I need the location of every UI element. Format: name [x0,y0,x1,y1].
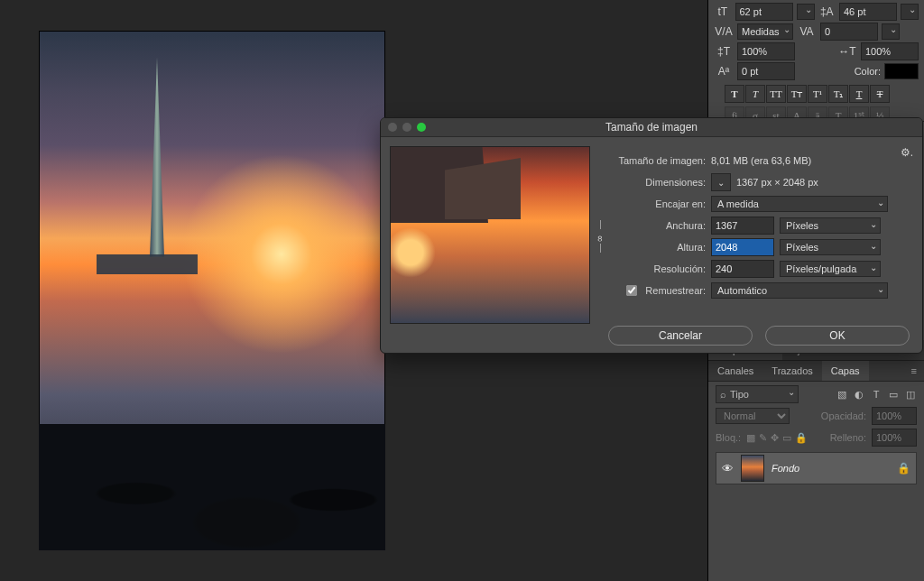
kerning-select[interactable]: Medidas [737,23,793,40]
dimensions-value: 1367 px × 2048 px [736,177,818,188]
lock-all-icon[interactable]: 🔒 [795,432,808,444]
resample-select[interactable]: Automático [711,282,888,299]
allcaps-button[interactable]: TT [766,85,786,103]
layers-panel-menu-icon[interactable]: ≡ [904,365,924,376]
tab-paths[interactable]: Trazados [762,361,821,381]
lock-position-icon[interactable]: ✥ [771,432,779,444]
strike-button[interactable]: T [870,85,890,103]
layer-locked-icon: 🔒 [897,462,910,475]
visibility-toggle-icon[interactable]: 👁 [722,462,734,475]
baseline-icon: Aª [714,63,734,79]
link-icon[interactable]: ₈ [597,229,603,244]
resolution-label: Resolución: [601,263,706,274]
faux-bold-button[interactable]: T [725,85,744,103]
fill-label: Relleno: [830,432,866,443]
dialog-title: Tamaño de imagen [381,121,922,134]
layers-panel-group: Canales Trazados Capas ≡ Tipo ▧ ◐ T ▭ ◫ … [708,360,924,492]
dimensions-unit-button[interactable]: ⌄ [711,173,731,191]
opacity-label: Opacidad: [821,410,866,421]
fit-label: Encajar en: [601,198,706,209]
subscript-button[interactable]: T₁ [828,85,848,103]
height-input[interactable] [711,238,774,256]
hscale-input[interactable] [861,42,919,60]
font-size-dropdown[interactable] [797,4,815,20]
color-label: Color: [855,66,881,77]
image-size-label: Tamaño de imagen: [601,155,706,166]
superscript-button[interactable]: T¹ [808,85,827,103]
document-canvas[interactable] [39,31,385,550]
tracking-dropdown[interactable] [882,23,900,40]
gear-icon[interactable]: ⚙︎. [901,146,913,159]
filter-type-icon[interactable]: T [870,388,882,401]
ok-button[interactable]: OK [765,326,910,346]
width-input[interactable] [711,217,774,235]
fit-select[interactable]: A medida [711,196,888,212]
smallcaps-button[interactable]: Tᴛ [787,85,807,103]
dialog-preview[interactable] [390,146,590,324]
character-panel: tT ‡A V/A Medidas VA ‡T ↔T Aª Color: [708,0,924,121]
image-size-dialog: Tamaño de imagen ⚙︎. Tamaño de imagen: 8… [380,117,923,354]
text-color-swatch[interactable] [884,63,919,79]
tracking-icon: VA [797,23,817,40]
cancel-button[interactable]: Cancelar [608,326,753,346]
width-label: Anchura: [601,220,706,231]
resample-label: Remuestrear: [645,285,706,296]
tab-layers[interactable]: Capas [822,361,869,381]
tab-channels[interactable]: Canales [708,361,762,381]
resolution-input[interactable] [711,260,774,278]
vscale-input[interactable] [737,42,795,60]
leading-icon: ‡A [818,4,836,20]
filter-adjust-icon[interactable]: ◐ [853,388,865,401]
layer-thumbnail[interactable] [741,455,764,482]
baseline-input[interactable] [737,62,795,80]
dialog-fields: ⚙︎. Tamaño de imagen: 8,01 MB (era 63,6 … [601,146,913,325]
filter-smart-icon[interactable]: ◫ [904,388,917,401]
lock-label: Bloq.: [716,432,741,443]
filter-pixel-icon[interactable]: ▧ [836,388,848,401]
kerning-icon: V/A [714,23,734,40]
font-size-input[interactable] [735,3,793,21]
leading-dropdown[interactable] [901,4,919,20]
hscale-icon: ↔T [837,43,857,60]
tracking-input[interactable] [820,23,878,41]
layer-row-background[interactable]: 👁 Fondo 🔒 [716,452,917,484]
dialog-titlebar[interactable]: Tamaño de imagen [381,118,922,137]
filter-shape-icon[interactable]: ▭ [887,388,900,401]
lock-transparent-icon[interactable]: ▩ [746,432,755,444]
faux-italic-button[interactable]: T [745,85,765,103]
leading-input[interactable] [839,3,897,21]
layer-kind-filter[interactable]: Tipo [716,385,799,403]
height-unit-select[interactable]: Píxeles [780,239,881,255]
width-unit-select[interactable]: Píxeles [780,217,881,234]
vscale-icon: ‡T [714,43,734,60]
fill-input [872,429,917,447]
opacity-input [872,407,917,425]
font-size-icon: tT [714,4,732,20]
resolution-unit-select[interactable]: Píxeles/pulgada [780,261,881,277]
photo-tower-shape [150,58,164,267]
photo-rocks-shape [39,424,385,550]
photo-base-shape [97,254,198,274]
lock-pixels-icon[interactable]: ✎ [759,432,767,444]
height-label: Altura: [601,242,706,253]
dimensions-label: Dimensiones: [601,177,706,188]
resample-checkbox[interactable] [626,285,637,296]
lock-artboard-icon[interactable]: ▭ [782,432,791,444]
image-size-value: 8,01 MB (era 63,6 MB) [711,155,811,166]
underline-button[interactable]: T [849,85,869,103]
layer-name-label[interactable]: Fondo [772,463,890,474]
blend-mode-select[interactable]: Normal [716,408,790,424]
